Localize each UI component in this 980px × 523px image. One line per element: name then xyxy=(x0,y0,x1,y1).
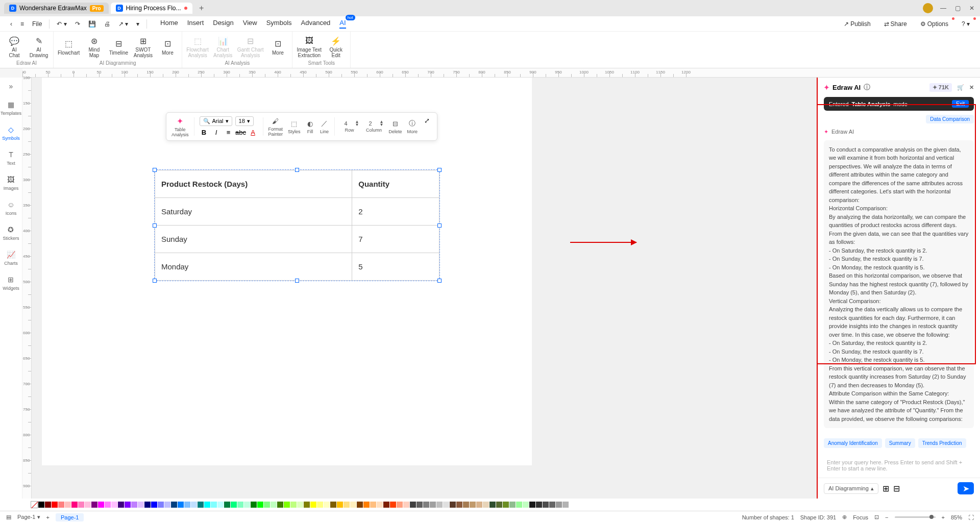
sidebar-templates[interactable]: ▦Templates xyxy=(1,100,21,116)
color-swatch[interactable] xyxy=(410,502,416,508)
color-swatch[interactable] xyxy=(118,502,124,508)
color-swatch[interactable] xyxy=(131,502,137,508)
suggestion-trends[interactable]: Trends Prediction xyxy=(918,438,966,448)
menu-home[interactable]: Home xyxy=(160,19,178,29)
ai-chat-button[interactable]: 💬AI Chat xyxy=(4,36,24,58)
menu-insert[interactable]: Insert xyxy=(187,19,204,29)
color-swatch[interactable] xyxy=(556,502,562,508)
ai-mode-select[interactable]: AI Diagramming ▴ xyxy=(824,483,878,494)
color-swatch[interactable] xyxy=(284,502,290,508)
color-swatch[interactable] xyxy=(125,502,131,508)
close-button[interactable]: ✕ xyxy=(968,4,976,12)
color-swatch[interactable] xyxy=(310,502,316,508)
minimize-button[interactable]: — xyxy=(939,4,947,12)
color-swatch[interactable] xyxy=(231,502,237,508)
color-swatch[interactable] xyxy=(344,502,350,508)
expand-toolbar-button[interactable]: ⤢ xyxy=(423,116,432,125)
color-swatch[interactable] xyxy=(38,502,44,508)
color-swatch[interactable] xyxy=(523,502,529,508)
font-family-select[interactable]: 🔍 Arial ▾ xyxy=(200,116,232,126)
add-tab-button[interactable]: + xyxy=(195,4,208,13)
zoom-slider[interactable] xyxy=(895,516,936,518)
color-swatch[interactable] xyxy=(91,502,97,508)
help-icon[interactable]: ⓘ xyxy=(864,83,870,92)
menu-icon[interactable]: ≡ xyxy=(16,18,28,30)
menu-view[interactable]: View xyxy=(243,19,257,29)
color-swatch[interactable] xyxy=(503,502,509,508)
target-icon[interactable]: ⊕ xyxy=(842,514,847,520)
color-swatch[interactable] xyxy=(151,502,157,508)
selection-handle[interactable] xyxy=(437,223,442,228)
ai-drawing-button[interactable]: ✎AI Drawing xyxy=(29,36,49,58)
sidebar-images[interactable]: 🖼Images xyxy=(4,175,19,191)
color-swatch[interactable] xyxy=(138,502,144,508)
color-swatch[interactable] xyxy=(516,502,522,508)
color-swatch[interactable] xyxy=(158,502,164,508)
suggestion-summary[interactable]: Summary xyxy=(885,438,915,448)
fill-button[interactable]: ◐Fill xyxy=(306,119,315,134)
undo-button[interactable]: ↶ ▾ xyxy=(53,18,70,30)
color-swatch[interactable] xyxy=(317,502,323,508)
ai-query-input[interactable]: Enter your query here. Press Enter to se… xyxy=(824,456,974,475)
color-swatch[interactable] xyxy=(350,502,356,508)
options-button[interactable]: ⚙ Options xyxy=(916,18,952,30)
color-swatch[interactable] xyxy=(144,502,151,508)
send-button[interactable]: ➤ xyxy=(958,482,974,494)
table-cell[interactable]: Saturday xyxy=(155,198,352,226)
sidebar-widgets[interactable]: ⊞Widgets xyxy=(3,275,19,291)
add-page-button[interactable]: + xyxy=(46,514,50,520)
flowchart-button[interactable]: ⬚Flowchart xyxy=(58,39,80,56)
selection-handle[interactable] xyxy=(153,279,157,283)
zoom-out-button[interactable]: − xyxy=(885,514,888,520)
row-stepper[interactable]: 4▲▼ Row xyxy=(340,120,359,133)
color-swatch[interactable] xyxy=(264,502,270,508)
color-swatch[interactable] xyxy=(543,502,549,508)
color-swatch[interactable] xyxy=(98,502,104,508)
color-swatch[interactable] xyxy=(377,502,383,508)
color-swatch[interactable] xyxy=(509,502,516,508)
sidebar-expand-button[interactable]: » xyxy=(7,82,16,91)
sidebar-symbols[interactable]: ◇Symbols xyxy=(2,125,20,141)
history-icon[interactable]: ⊟ xyxy=(893,484,900,493)
color-swatch[interactable] xyxy=(204,502,210,508)
color-swatch[interactable] xyxy=(198,502,204,508)
stepper-arrows-icon[interactable]: ▲▼ xyxy=(355,120,359,127)
color-swatch[interactable] xyxy=(304,502,310,508)
color-swatch[interactable] xyxy=(78,502,84,508)
help-button[interactable]: ? ▾ xyxy=(958,18,974,30)
selection-handle[interactable] xyxy=(153,168,157,172)
color-swatch[interactable] xyxy=(58,502,64,508)
color-swatch[interactable] xyxy=(443,502,449,508)
italic-button[interactable]: I xyxy=(212,128,221,137)
table-analysis-button[interactable]: ✦ Table Analysis xyxy=(172,116,189,137)
app-tab[interactable]: D Wondershare EdrawMax Pro xyxy=(4,3,109,14)
color-swatch[interactable] xyxy=(456,502,462,508)
color-swatch[interactable] xyxy=(549,502,555,508)
color-swatch[interactable] xyxy=(370,502,376,508)
color-swatch[interactable] xyxy=(390,502,396,508)
color-swatch[interactable] xyxy=(423,502,429,508)
user-avatar[interactable] xyxy=(923,3,933,13)
color-swatch[interactable] xyxy=(450,502,456,508)
color-swatch[interactable] xyxy=(184,502,190,508)
color-swatch[interactable] xyxy=(436,502,443,508)
focus-button[interactable]: Focus xyxy=(853,514,868,520)
export-button[interactable]: ↗ ▾ xyxy=(114,18,132,30)
color-swatch[interactable] xyxy=(271,502,277,508)
color-swatch[interactable] xyxy=(536,502,542,508)
color-swatch[interactable] xyxy=(85,502,91,508)
color-swatch[interactable] xyxy=(71,502,78,508)
color-swatch[interactable] xyxy=(171,502,177,508)
page-tab-active[interactable]: Page-1 xyxy=(56,513,84,521)
format-painter-button[interactable]: 🖌Format Painter xyxy=(268,116,283,137)
redo-button[interactable]: ↷ xyxy=(71,18,84,30)
color-swatch[interactable] xyxy=(257,502,263,508)
color-swatch[interactable] xyxy=(164,502,170,508)
table-cell[interactable]: Sunday xyxy=(155,226,352,253)
color-swatch[interactable] xyxy=(45,502,51,508)
close-panel-button[interactable]: ✕ xyxy=(969,84,974,91)
zoom-in-button[interactable]: + xyxy=(942,514,945,520)
table-cell[interactable]: 7 xyxy=(352,226,439,253)
color-swatch[interactable] xyxy=(562,502,569,508)
color-swatch[interactable] xyxy=(416,502,423,508)
